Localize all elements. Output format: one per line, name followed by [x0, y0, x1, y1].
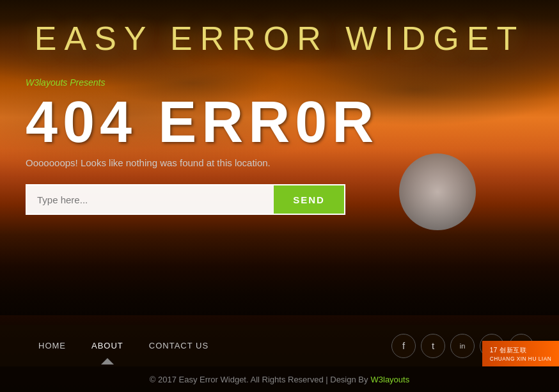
copyright-bar: © 2017 Easy Error Widget. All Rights Res… [0, 366, 559, 392]
nav-item-about[interactable]: ABOUT [79, 341, 136, 350]
error-code: 404 ERR0R [26, 93, 533, 151]
instagram-icon[interactable]: in [450, 334, 475, 358]
search-bar: SEND [26, 184, 345, 215]
error-message: Ooooooops! Looks like nothing was found … [26, 157, 533, 168]
presents-text: Presents [67, 77, 105, 88]
copyright-link[interactable]: W3layouts [371, 375, 410, 384]
nav-item-contact[interactable]: CONTACT US [136, 341, 221, 350]
facebook-icon[interactable]: f [391, 334, 416, 358]
footer-nav: HOME ABOUT CONTACT US f t in g+ ✦ [0, 325, 559, 366]
header: EASY ERROR WIDGET [0, 0, 559, 70]
main-content: EASY ERROR WIDGET W3layouts Presents 404… [0, 0, 559, 392]
search-input[interactable] [27, 185, 274, 214]
site-title: EASY ERROR WIDGET [13, 19, 546, 58]
send-button[interactable]: SEND [274, 185, 344, 214]
nav-links: HOME ABOUT CONTACT US [26, 341, 221, 350]
twitter-icon[interactable]: t [421, 334, 445, 358]
main-section: W3layouts Presents 404 ERR0R Ooooooops! … [0, 70, 559, 325]
copyright-text: © 2017 Easy Error Widget. All Rights Res… [150, 375, 368, 384]
brand-link[interactable]: W3layouts [26, 77, 67, 88]
watermark-badge: 17 创新互联CHUANG XIN HU LIAN [482, 341, 559, 366]
nav-item-home[interactable]: HOME [26, 341, 79, 350]
watermark-text: 17 创新互联CHUANG XIN HU LIAN [490, 346, 551, 362]
presents-line: W3layouts Presents [26, 77, 533, 88]
